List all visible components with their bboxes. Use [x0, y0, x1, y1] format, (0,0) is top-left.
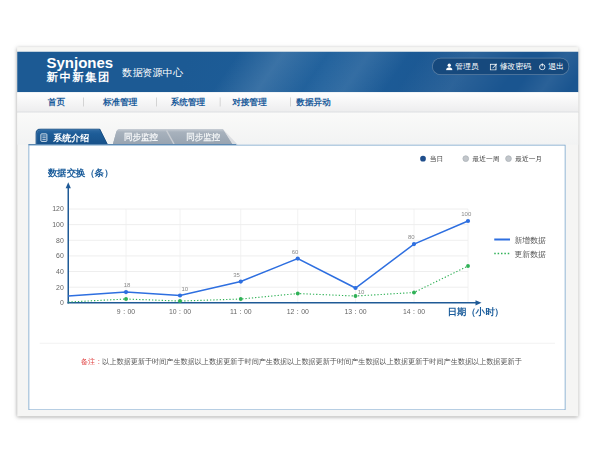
svg-text:60: 60 — [291, 249, 298, 255]
svg-text:数据交换（条）: 数据交换（条） — [47, 167, 114, 179]
svg-text:18: 18 — [123, 282, 130, 288]
svg-text:0: 0 — [60, 299, 64, 306]
svg-text:10：00: 10：00 — [169, 308, 191, 315]
svg-text:13：00: 13：00 — [344, 308, 366, 315]
svg-text:11：00: 11：00 — [230, 308, 252, 315]
svg-text:120: 120 — [52, 205, 64, 212]
svg-text:40: 40 — [56, 268, 64, 275]
svg-text:80: 80 — [56, 237, 64, 244]
svg-text:80: 80 — [408, 234, 415, 240]
svg-text:备注：以上数据更新于时间产生数据以上数据更新于时间产生数据以: 备注：以上数据更新于时间产生数据以上数据更新于时间产生数据以上数据更新于时间产生… — [81, 357, 522, 366]
svg-text:系统介绍: 系统介绍 — [52, 133, 89, 143]
svg-text:60: 60 — [56, 252, 64, 259]
svg-text:9：00: 9：00 — [116, 308, 135, 315]
svg-text:新增数据: 新增数据 — [514, 236, 546, 245]
svg-text:同步监控: 同步监控 — [124, 132, 159, 142]
svg-text:20: 20 — [56, 284, 64, 291]
svg-text:日期（小时）: 日期（小时） — [447, 306, 503, 318]
svg-text:10: 10 — [357, 289, 364, 295]
svg-text:35: 35 — [233, 272, 240, 278]
svg-text:当日: 当日 — [429, 155, 443, 163]
svg-text:更新数据: 更新数据 — [514, 250, 546, 259]
svg-text:12：00: 12：00 — [286, 308, 308, 315]
svg-text:10: 10 — [181, 286, 188, 292]
svg-text:14：00: 14：00 — [403, 308, 425, 315]
svg-text:最近一周: 最近一周 — [471, 155, 499, 162]
svg-text:100: 100 — [52, 221, 64, 228]
svg-text:同步监控: 同步监控 — [186, 132, 221, 142]
svg-text:最近一月: 最近一月 — [514, 155, 542, 163]
svg-text:100: 100 — [461, 211, 472, 217]
